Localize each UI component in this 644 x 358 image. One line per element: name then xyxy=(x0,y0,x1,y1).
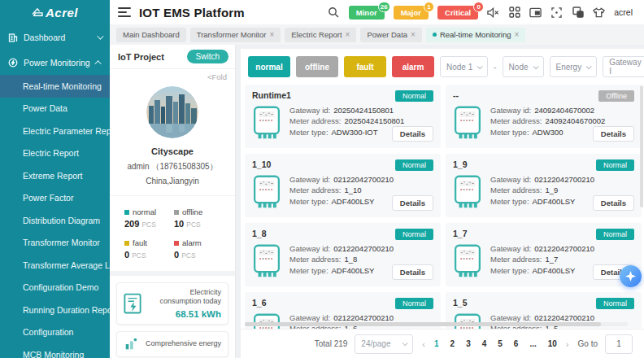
node-from-select[interactable]: Node 1 xyxy=(440,56,488,77)
status-badge: Normal xyxy=(395,159,433,171)
sidebar-subitem[interactable]: Electric Parameter Report xyxy=(0,120,110,142)
status-filter-button[interactable]: fault xyxy=(344,56,386,77)
page-number[interactable]: ... xyxy=(529,339,536,348)
sidebar-subitem[interactable]: Configuration Demo xyxy=(0,277,110,299)
device-card: 1_9 Normal Gateway id:02122042700210 xyxy=(446,154,642,217)
gateway-search-input[interactable]: Gateway I xyxy=(603,56,644,77)
sidebar-subitem[interactable]: MCB Monitoring xyxy=(0,343,110,358)
device-card: 1_8 Normal Gateway id:02122042700210 xyxy=(245,223,441,286)
meter-type-value: ADF400LSY xyxy=(332,266,375,275)
page-number[interactable]: 4 xyxy=(482,339,487,348)
status-filter-button[interactable]: normal xyxy=(248,56,290,77)
sidebar-subitem[interactable]: Power Factor xyxy=(0,187,110,210)
node-to-select[interactable]: Node xyxy=(503,56,544,77)
stat-color-square-icon xyxy=(124,241,129,246)
close-tab-icon[interactable] xyxy=(346,31,350,39)
sidebar-subitem[interactable]: Transformer Average Loa... xyxy=(0,254,110,277)
close-tab-icon[interactable] xyxy=(411,31,416,39)
stat-item: fault 0 PCS xyxy=(124,238,174,260)
stat-color-square-icon xyxy=(174,210,179,215)
meter-device-icon xyxy=(453,175,482,209)
vertical-scrollbar-thumb[interactable] xyxy=(640,85,643,207)
sidebar-subitem[interactable]: Extreme Report xyxy=(0,164,110,187)
sidebar-item-power-monitoring[interactable]: Power Monitoring xyxy=(0,50,110,75)
page-number[interactable]: 2 xyxy=(450,339,455,348)
fold-panel-link[interactable]: <Fold xyxy=(110,69,235,81)
page-number[interactable]: 3 xyxy=(466,339,471,348)
gateway-id-value: 02122042700210 xyxy=(333,244,394,253)
username[interactable]: acrel xyxy=(614,7,633,17)
goto-page-input[interactable] xyxy=(605,334,633,354)
page-size-select[interactable]: 24/page xyxy=(355,334,413,354)
collapse-menu-icon[interactable] xyxy=(118,7,131,17)
details-button[interactable]: Details xyxy=(593,126,634,142)
sidebar-subitem[interactable]: Real-time Monitoring xyxy=(0,75,110,98)
details-button[interactable]: Details xyxy=(392,264,433,280)
page-number[interactable]: 10 xyxy=(548,339,557,348)
horizontal-scrollbar-thumb[interactable] xyxy=(245,322,601,326)
fullscreen-icon[interactable] xyxy=(550,7,563,19)
page-number[interactable]: 1 xyxy=(434,339,439,348)
energy-select[interactable]: Energy xyxy=(550,56,598,77)
view-tab[interactable]: Main Dashboard xyxy=(116,28,186,42)
details-button[interactable]: Details xyxy=(593,195,634,211)
sidebar-subitem[interactable]: Power Data xyxy=(0,98,110,120)
acrel-logo-icon xyxy=(32,7,43,17)
search-icon[interactable] xyxy=(328,7,340,19)
sidebar-subitem[interactable]: Transformer Monitor xyxy=(0,232,110,255)
close-tab-icon[interactable] xyxy=(269,31,274,39)
electricity-consumption-card[interactable]: Electricity consumption today 68.51 kWh xyxy=(116,282,228,325)
sidebar-subitem[interactable]: Running Duration Report xyxy=(0,299,110,321)
stat-item: offline 10 PCS xyxy=(174,207,224,229)
alarm-severity-chip[interactable]: Minor 26 xyxy=(349,6,385,20)
power-monitoring-icon xyxy=(8,58,18,68)
comprehensive-energy-card[interactable]: Comprehensive energy xyxy=(116,331,228,357)
view-tab[interactable]: Real-time Monitoring xyxy=(426,28,526,42)
prev-page-button[interactable]: ‹ xyxy=(420,339,427,349)
sidebar-subitem[interactable]: Configuration xyxy=(0,321,110,344)
logo-text: Acrel xyxy=(46,6,78,20)
meter-address-value: 1_10 xyxy=(344,186,361,194)
theme-layers-icon[interactable] xyxy=(572,7,584,19)
apps-grid-icon[interactable] xyxy=(508,7,520,19)
device-card-grid: Runtime1 Normal Gateway id:2025042415080… xyxy=(241,84,644,356)
next-page-button[interactable]: › xyxy=(564,339,571,349)
alarm-severity-chip[interactable]: Major 1 xyxy=(394,6,429,20)
dashboard-building-icon xyxy=(8,33,18,42)
details-button[interactable]: Details xyxy=(392,126,433,142)
chevron-down-icon xyxy=(586,63,592,69)
gateway-id-value: 20250424150801 xyxy=(333,106,394,115)
metric-label: Electricity consumption today xyxy=(148,288,221,307)
gateway-id-value: 02122042700210 xyxy=(534,313,594,322)
status-filter-button[interactable]: offline xyxy=(296,56,338,77)
horizontal-scrollbar[interactable] xyxy=(245,322,628,326)
view-tab[interactable]: Electric Report xyxy=(285,28,356,42)
chevron-up-icon xyxy=(94,60,101,67)
status-badge: Normal xyxy=(395,298,433,309)
view-tab[interactable]: Power Data xyxy=(360,28,421,42)
close-tab-icon[interactable] xyxy=(515,31,520,39)
device-card: -- Offline Gateway id:24092404670002 xyxy=(446,85,642,148)
sidebar-item-dashboard[interactable]: Dashboard xyxy=(0,24,110,50)
page-number[interactable]: 6 xyxy=(514,339,519,348)
brand-logo: Acrel xyxy=(0,0,110,24)
view-tab[interactable]: Transformer Monitor xyxy=(190,28,281,42)
project-avatar xyxy=(146,86,198,138)
status-filter-button[interactable]: alarm xyxy=(392,56,434,77)
volume-mute-icon[interactable] xyxy=(487,7,499,19)
sidebar-subitem[interactable]: Distribution Diagram xyxy=(0,209,110,232)
status-badge: Normal xyxy=(395,229,433,240)
chevron-down-icon xyxy=(533,63,538,69)
sidebar-nav: Dashboard Power Monitoring Real-time Mon… xyxy=(0,24,110,358)
assistant-floating-button[interactable] xyxy=(620,265,642,287)
alarm-severity-chip[interactable]: Critical 0 xyxy=(437,6,478,20)
details-button[interactable]: Details xyxy=(392,195,433,211)
skin-shirt-icon[interactable] xyxy=(593,7,605,19)
total-count: Total 219 xyxy=(315,339,348,348)
device-card: Runtime1 Normal Gateway id:2025042415080… xyxy=(245,85,441,148)
page-number[interactable]: 5 xyxy=(498,339,503,348)
switch-project-button[interactable]: Switch xyxy=(187,50,228,63)
meter-device-icon xyxy=(252,106,281,140)
sidebar-subitem[interactable]: Electric Report xyxy=(0,142,110,165)
screencast-icon[interactable] xyxy=(529,7,542,19)
